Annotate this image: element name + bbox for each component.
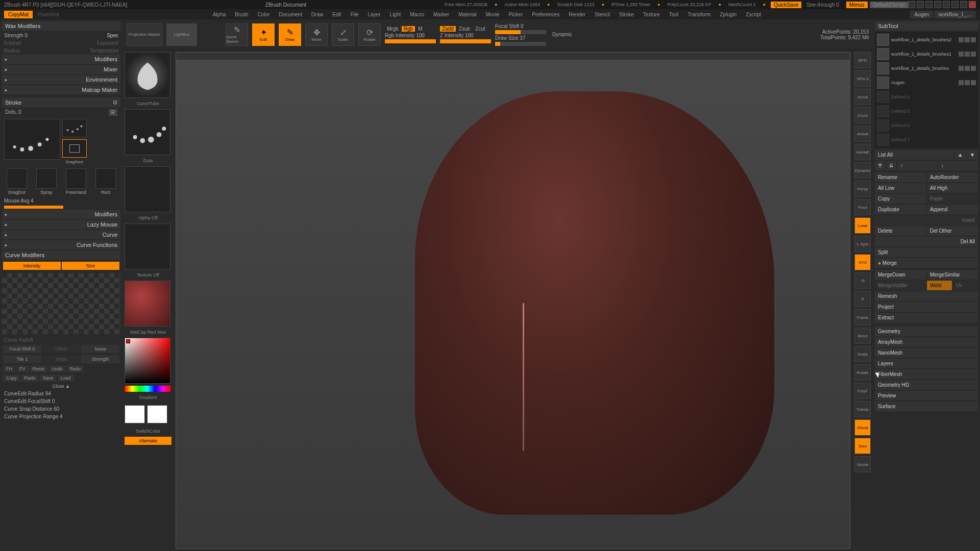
gradient-label[interactable]: Gradient: [125, 394, 172, 401]
actual-button[interactable]: Actual: [854, 126, 871, 142]
subtool-item[interactable]: Defend 5: [876, 104, 977, 118]
zcut-button[interactable]: Zcut: [473, 26, 487, 32]
arrow-up-icon[interactable]: ▲: [954, 150, 966, 160]
draw-button[interactable]: ✎Draw: [279, 23, 301, 46]
extract-header[interactable]: Extract: [875, 313, 978, 322]
xpose-button[interactable]: Xpose: [854, 456, 871, 472]
noise-button[interactable]: Noise: [81, 345, 119, 353]
dynamic-button[interactable]: Dynamic: [550, 32, 574, 37]
nav-down-icon[interactable]: ⇊: [886, 161, 896, 170]
radius-slider[interactable]: Radius: [4, 48, 20, 54]
zint-slider[interactable]: Z Intensity 100: [440, 33, 491, 38]
menu-zplugin[interactable]: Zplugin: [716, 11, 741, 18]
modifiers2-header[interactable]: Modifiers: [2, 210, 120, 219]
menu-document[interactable]: Document: [275, 11, 306, 18]
rgb-button[interactable]: Rgb: [402, 26, 415, 32]
floor-button[interactable]: Floor: [854, 199, 871, 215]
paste-button[interactable]: Paste: [21, 374, 39, 382]
subtool-item[interactable]: Defend 4: [876, 90, 977, 104]
mergevisible-button[interactable]: MergeVisible: [875, 281, 926, 290]
swatch-primary[interactable]: [125, 405, 145, 423]
transp-button[interactable]: Transp: [854, 401, 871, 417]
subtool-item[interactable]: workflow_1_details_brushes: [876, 61, 977, 76]
rotate-button[interactable]: Rotate: [854, 364, 871, 381]
menu-transform[interactable]: Transform: [683, 11, 715, 18]
snap-slider[interactable]: Curve Snap Distance 60: [4, 406, 118, 412]
weld-button[interactable]: Weld: [927, 281, 952, 290]
remesh-header[interactable]: Remesh: [875, 291, 978, 301]
subtool-item[interactable]: Augen: [876, 76, 977, 90]
menu-marker[interactable]: Marker: [429, 11, 453, 18]
dynamic-button[interactable]: Dynamic: [854, 162, 871, 179]
menu-preferences[interactable]: Preferences: [528, 11, 564, 18]
radius-slider[interactable]: CurveEdit Radius 94: [4, 391, 118, 396]
curvemod-header[interactable]: Curve Modifiers: [2, 251, 120, 260]
viewport[interactable]: [176, 52, 850, 549]
freehand-icon[interactable]: [66, 168, 86, 189]
fv-button[interactable]: FV: [16, 365, 29, 372]
brush-preview[interactable]: [125, 52, 170, 98]
size-button[interactable]: Size: [62, 262, 119, 270]
rotate-button[interactable]: ⟳Rotate: [358, 23, 381, 46]
quicksketch-button[interactable]: ✎Quick Sketch: [226, 23, 248, 46]
menus-button[interactable]: Menus: [846, 2, 868, 8]
fibermesh-header[interactable]: FiberMesh: [875, 369, 978, 379]
window-icon[interactable]: [917, 1, 924, 8]
surface-header[interactable]: Surface: [875, 402, 978, 411]
texture-preview[interactable]: [125, 223, 170, 269]
mergesimilar-button[interactable]: MergeSimilar: [927, 270, 978, 280]
edit-button[interactable]: ✦Edit: [252, 23, 275, 46]
environment-header[interactable]: Environment: [2, 75, 120, 84]
reset-button[interactable]: Reset: [30, 365, 48, 372]
copymat-button[interactable]: CopyMat: [4, 11, 33, 18]
menu-material[interactable]: Material: [454, 11, 481, 18]
strength-slider[interactable]: Strength 0: [4, 33, 105, 38]
scale-button[interactable]: Scale: [854, 346, 871, 362]
curve-header[interactable]: Curve: [2, 230, 120, 239]
bpr-button[interactable]: BPR: [854, 52, 871, 68]
delete-button[interactable]: Delete: [875, 226, 926, 236]
mergedown-button[interactable]: MergeDown: [875, 270, 926, 280]
subtool-header[interactable]: SubTool: [875, 21, 978, 31]
alpha-preview[interactable]: [125, 166, 170, 212]
stroke-preview[interactable]: [125, 109, 170, 155]
menu-color[interactable]: Color: [253, 11, 274, 18]
window-icon[interactable]: [934, 1, 941, 8]
script-button[interactable]: DefaultZScript: [870, 2, 908, 8]
stroke-header[interactable]: Stroke⊙: [2, 97, 120, 107]
exponent-slider[interactable]: Exponent: [97, 40, 118, 46]
matcap-preview[interactable]: [125, 281, 170, 327]
delother-button[interactable]: Del Other: [927, 226, 978, 236]
persp-button[interactable]: Persp: [854, 181, 871, 197]
dragdot-icon[interactable]: [7, 168, 27, 189]
wax-header[interactable]: Wax Modifiers: [2, 21, 120, 31]
alternate-button[interactable]: Alternate: [125, 437, 172, 445]
arraymesh-header[interactable]: ArrayMesh: [875, 337, 978, 347]
duplicate-button[interactable]: Duplicate: [875, 205, 926, 214]
paste-button[interactable]: Paste: [927, 194, 978, 204]
alllow-button[interactable]: All Low: [875, 183, 926, 193]
local-button[interactable]: Local: [854, 217, 871, 234]
sculpt-mesh[interactable]: [415, 91, 774, 515]
move-button[interactable]: Move: [854, 328, 871, 344]
menu-stencil[interactable]: Stencil: [591, 11, 614, 18]
menu-layer[interactable]: Layer: [364, 11, 385, 18]
rotate-z-button[interactable]: ⟳: [854, 291, 871, 307]
copy-button[interactable]: Copy: [875, 194, 926, 204]
menu-file[interactable]: File: [346, 11, 362, 18]
autoreorder-button[interactable]: AutoReorder: [927, 172, 978, 182]
collapse-icon[interactable]: ⊙: [113, 99, 117, 106]
xyz-button[interactable]: XYZ: [854, 254, 871, 270]
geometry-header[interactable]: Geometry: [875, 327, 978, 336]
matcap-header[interactable]: Matcap Maker: [2, 85, 120, 94]
menu-tool[interactable]: Tool: [665, 11, 682, 18]
subtool-item[interactable]: Defend 6: [876, 118, 977, 133]
quicksave-button[interactable]: QuickSave: [771, 2, 801, 8]
subtool-item[interactable]: workflow_1_details_brushes2: [876, 33, 977, 47]
append-button[interactable]: Append: [927, 205, 978, 214]
switchcolor-button[interactable]: SwitchColor: [125, 428, 172, 435]
curvefunc-header[interactable]: Curve Functions: [2, 240, 120, 249]
augen-tab[interactable]: Augen: [910, 11, 933, 18]
rgbint-slider[interactable]: Rgb Intensity 100: [385, 33, 436, 38]
window-icon[interactable]: [908, 1, 915, 8]
